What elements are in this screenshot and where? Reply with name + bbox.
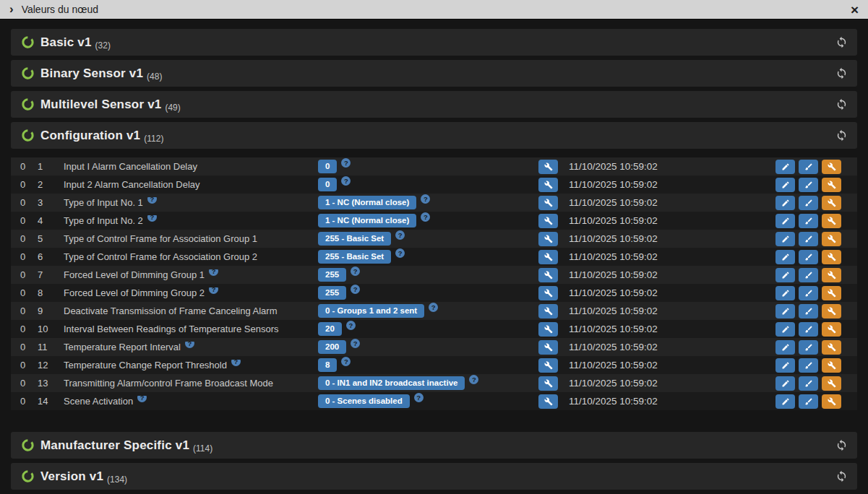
set-value-button[interactable] <box>538 358 558 373</box>
value-help-icon[interactable]: ? <box>341 357 351 366</box>
chevron-right-icon[interactable]: › <box>9 3 14 15</box>
edit-label-button[interactable] <box>799 268 818 282</box>
value-badge[interactable]: 0 - IN1 and IN2 broadcast inactive <box>318 376 465 390</box>
value-badge[interactable]: 0 <box>318 160 337 173</box>
edit-label-button[interactable] <box>799 394 818 409</box>
configure-parameter-button[interactable] <box>822 250 841 264</box>
value-badge[interactable]: 1 - NC (Normal close) <box>318 196 416 209</box>
edit-value-button[interactable] <box>775 160 795 174</box>
configure-parameter-button[interactable] <box>822 394 841 409</box>
refresh-section-button[interactable] <box>833 436 851 454</box>
set-value-button[interactable] <box>538 340 558 355</box>
value-badge[interactable]: 0 - Groups 1 and 2 sent <box>318 304 424 318</box>
value-badge[interactable]: 0 <box>318 178 337 191</box>
value-help-icon[interactable]: ? <box>346 321 356 330</box>
value-help-icon[interactable]: ? <box>351 339 360 348</box>
edit-label-button[interactable] <box>799 340 818 355</box>
label-help-icon[interactable]: ? <box>137 396 147 402</box>
edit-value-button[interactable] <box>775 268 795 282</box>
edit-value-button[interactable] <box>775 304 795 318</box>
label-help-icon[interactable]: ? <box>147 197 157 204</box>
set-value-button[interactable] <box>538 268 558 282</box>
value-badge[interactable]: 0 - Scenes disabled <box>318 394 410 408</box>
edit-label-button[interactable] <box>799 286 818 300</box>
configure-parameter-button[interactable] <box>822 160 841 174</box>
value-badge[interactable]: 255 - Basic Set <box>318 232 391 246</box>
edit-value-button[interactable] <box>775 196 795 210</box>
value-badge[interactable]: 20 <box>318 322 342 336</box>
set-value-button[interactable] <box>538 232 558 246</box>
label-help-icon[interactable]: ? <box>147 215 157 222</box>
configure-parameter-button[interactable] <box>822 232 841 246</box>
section-header-manufacturer-specific[interactable]: Manufacturer Specific v1 (114) <box>11 432 857 459</box>
edit-value-button[interactable] <box>775 340 795 355</box>
section-header-configuration[interactable]: Configuration v1 (112) <box>11 122 857 149</box>
value-badge[interactable]: 255 <box>318 286 346 300</box>
label-help-icon[interactable]: ? <box>209 287 218 294</box>
edit-label-button[interactable] <box>799 250 818 264</box>
value-badge[interactable]: 255 <box>318 268 346 282</box>
value-help-icon[interactable]: ? <box>395 248 405 258</box>
value-help-icon[interactable]: ? <box>429 303 438 312</box>
edit-label-button[interactable] <box>799 358 818 373</box>
edit-label-button[interactable] <box>799 232 818 246</box>
configure-parameter-button[interactable] <box>822 196 841 210</box>
value-help-icon[interactable]: ? <box>414 393 424 402</box>
edit-value-button[interactable] <box>775 376 795 391</box>
close-icon[interactable]: × <box>851 3 859 17</box>
edit-value-button[interactable] <box>775 232 795 246</box>
edit-label-button[interactable] <box>799 304 818 318</box>
configure-parameter-button[interactable] <box>822 286 841 300</box>
value-help-icon[interactable]: ? <box>341 176 351 186</box>
value-help-icon[interactable]: ? <box>421 212 430 222</box>
section-header-version[interactable]: Version v1 (134) <box>11 463 857 490</box>
set-value-button[interactable] <box>538 250 558 264</box>
set-value-button[interactable] <box>538 196 558 210</box>
set-value-button[interactable] <box>538 376 558 391</box>
value-help-icon[interactable]: ? <box>469 375 478 384</box>
configure-parameter-button[interactable] <box>822 340 841 355</box>
label-help-icon[interactable]: ? <box>185 342 194 348</box>
label-help-icon[interactable]: ? <box>209 269 218 276</box>
set-value-button[interactable] <box>538 178 558 192</box>
set-value-button[interactable] <box>538 304 558 318</box>
refresh-section-button[interactable] <box>833 126 851 144</box>
value-help-icon[interactable]: ? <box>421 194 430 204</box>
edit-value-button[interactable] <box>775 214 795 228</box>
refresh-section-button[interactable] <box>833 33 851 51</box>
value-badge[interactable]: 8 <box>318 358 337 372</box>
value-badge[interactable]: 1 - NC (Normal close) <box>318 214 416 228</box>
section-header-multilevel-sensor[interactable]: Multilevel Sensor v1 (49) <box>11 91 857 118</box>
set-value-button[interactable] <box>538 214 558 228</box>
value-help-icon[interactable]: ? <box>351 285 360 294</box>
value-help-icon[interactable]: ? <box>341 158 351 168</box>
edit-label-button[interactable] <box>799 376 818 391</box>
edit-label-button[interactable] <box>799 196 818 210</box>
edit-label-button[interactable] <box>799 214 818 228</box>
value-help-icon[interactable]: ? <box>351 266 360 276</box>
edit-value-button[interactable] <box>775 250 795 264</box>
section-header-binary-sensor[interactable]: Binary Sensor v1 (48) <box>11 60 857 87</box>
edit-value-button[interactable] <box>775 358 795 373</box>
edit-value-button[interactable] <box>775 322 795 337</box>
edit-label-button[interactable] <box>799 322 818 337</box>
refresh-section-button[interactable] <box>833 467 851 485</box>
edit-value-button[interactable] <box>775 178 795 192</box>
set-value-button[interactable] <box>538 394 558 409</box>
configure-parameter-button[interactable] <box>822 268 841 282</box>
configure-parameter-button[interactable] <box>822 322 841 337</box>
refresh-section-button[interactable] <box>833 64 851 82</box>
configure-parameter-button[interactable] <box>822 358 841 373</box>
edit-value-button[interactable] <box>775 286 795 300</box>
configure-parameter-button[interactable] <box>822 214 841 228</box>
set-value-button[interactable] <box>538 286 558 300</box>
edit-label-button[interactable] <box>799 178 818 192</box>
value-help-icon[interactable]: ? <box>395 230 405 240</box>
section-header-basic[interactable]: Basic v1 (32) <box>11 29 857 56</box>
value-badge[interactable]: 200 <box>318 340 346 354</box>
edit-value-button[interactable] <box>775 394 795 409</box>
set-value-button[interactable] <box>538 322 558 337</box>
set-value-button[interactable] <box>538 160 558 174</box>
configure-parameter-button[interactable] <box>822 304 841 318</box>
label-help-icon[interactable]: ? <box>231 360 241 366</box>
